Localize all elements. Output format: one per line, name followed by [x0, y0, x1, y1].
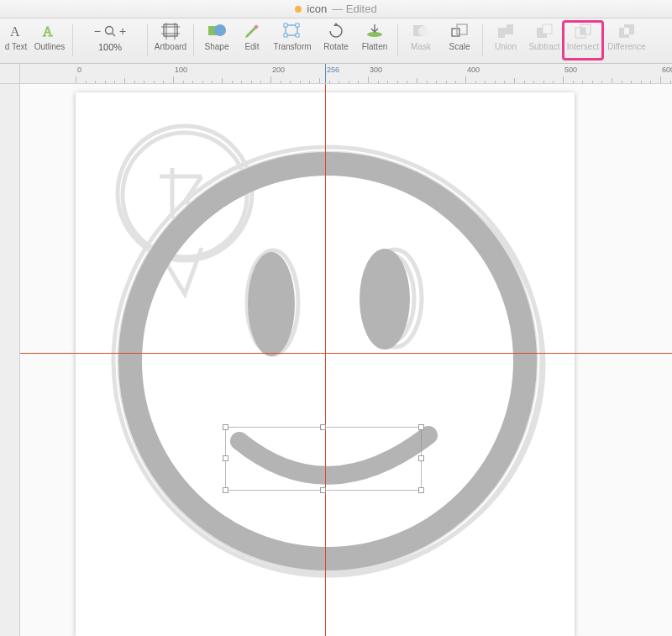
subtract-tool[interactable]: Subtract — [525, 22, 564, 62]
svg-rect-21 — [457, 24, 467, 34]
subtract-tool-label: Subtract — [528, 42, 559, 51]
toolbar-separator — [147, 24, 148, 56]
shape-icon — [207, 23, 226, 39]
selection-bounds[interactable] — [225, 427, 422, 491]
zoom-control[interactable]: − + 100% — [76, 22, 144, 52]
union-tool[interactable]: Union — [486, 22, 525, 62]
ruler-corner — [0, 64, 20, 84]
intersect-tool-label: Intersect — [567, 42, 599, 51]
rotate-tool[interactable]: Rotate — [317, 22, 355, 62]
selection-handle[interactable] — [418, 424, 424, 430]
svg-point-40 — [248, 252, 295, 356]
artboard-icon — [161, 23, 180, 39]
selection-handle[interactable] — [223, 487, 228, 493]
svg-line-3 — [113, 34, 116, 37]
scale-icon — [450, 23, 469, 39]
vertical-guide[interactable] — [325, 84, 326, 636]
ruler-tick-label: 300 — [370, 66, 382, 74]
artboard-tool[interactable]: Artboard — [151, 22, 190, 62]
document-status: — Edited — [332, 3, 376, 15]
svg-point-30 — [113, 147, 542, 576]
document-modified-dot-icon — [295, 6, 302, 13]
artboard-tool-label: Artboard — [155, 42, 186, 51]
vertical-ruler[interactable] — [0, 84, 20, 636]
selection-handle[interactable] — [320, 487, 326, 493]
zoom-out-icon[interactable]: − — [94, 24, 101, 38]
text-tool-label: d Text — [5, 42, 28, 51]
toolbar-separator — [482, 24, 483, 56]
pencil-icon — [244, 23, 260, 39]
edit-tool-label: Edit — [244, 42, 259, 51]
horizontal-guide[interactable] — [20, 353, 672, 354]
svg-rect-29 — [624, 28, 629, 34]
toolbar-separator — [397, 24, 398, 56]
svg-rect-20 — [452, 29, 459, 36]
ruler-tick-label: 100 — [175, 66, 187, 74]
flatten-icon — [365, 23, 384, 39]
transform-icon — [283, 23, 302, 39]
selection-handle[interactable] — [418, 487, 424, 493]
transform-tool-label: Transform — [273, 42, 311, 51]
toolbar-separator — [193, 24, 194, 56]
selection-handle[interactable] — [418, 455, 424, 461]
ruler-tick-label: 400 — [467, 66, 480, 74]
horizontal-ruler[interactable]: 0100200300400500600256 — [20, 64, 672, 84]
transform-tool[interactable]: Transform — [268, 22, 317, 62]
mask-icon — [412, 23, 430, 39]
text-tool[interactable]: A d Text — [2, 22, 30, 62]
intersect-icon — [574, 23, 592, 39]
ruler-tick-label: 500 — [564, 66, 577, 74]
zoom-value: 100% — [98, 42, 122, 52]
scale-tool-label: Scale — [449, 42, 470, 51]
outlines-tool-label: Outlines — [34, 42, 66, 51]
svg-rect-13 — [284, 24, 287, 27]
selection-handle[interactable] — [320, 424, 326, 430]
window-titlebar: icon — Edited — [0, 0, 672, 18]
svg-text:A: A — [10, 24, 20, 39]
canvas[interactable] — [20, 84, 672, 636]
edit-tool[interactable]: Edit — [236, 22, 268, 62]
svg-point-41 — [360, 249, 410, 350]
zoom-magnifier-icon[interactable] — [104, 25, 116, 37]
ruler-tick-label: 200 — [272, 66, 285, 74]
rotate-icon — [328, 23, 344, 39]
subtract-icon — [535, 23, 554, 39]
ruler-tick-label: 0 — [77, 66, 81, 74]
selection-handle[interactable] — [223, 455, 228, 461]
union-icon — [496, 23, 515, 39]
ruler-tick-label: 600 — [662, 66, 672, 74]
svg-point-39 — [130, 164, 525, 559]
mask-tool[interactable]: Mask — [402, 22, 440, 62]
ruler-cursor-value: 256 — [327, 66, 339, 74]
svg-rect-14 — [296, 24, 299, 27]
difference-tool[interactable]: Difference — [602, 22, 651, 62]
union-tool-label: Union — [495, 42, 517, 51]
zoom-in-icon[interactable]: + — [119, 24, 126, 38]
main-toolbar: A d Text A Outlines − + 100% Artboard Sh… — [0, 18, 672, 64]
document-title: icon — [307, 3, 327, 15]
ruler-cursor-marker — [325, 64, 326, 83]
svg-text:A: A — [43, 24, 53, 39]
svg-rect-26 — [580, 28, 585, 34]
flatten-tool[interactable]: Flatten — [355, 22, 394, 62]
svg-point-2 — [106, 27, 113, 34]
shape-tool[interactable]: Shape — [197, 22, 236, 62]
scale-tool[interactable]: Scale — [440, 22, 479, 62]
outlines-tool[interactable]: A Outlines — [30, 22, 69, 62]
svg-point-10 — [214, 24, 226, 36]
svg-rect-23 — [543, 24, 552, 34]
svg-rect-15 — [284, 34, 287, 37]
mask-tool-label: Mask — [411, 42, 431, 51]
difference-icon — [617, 23, 636, 39]
difference-tool-label: Difference — [607, 42, 645, 51]
svg-rect-16 — [296, 34, 299, 37]
svg-point-19 — [418, 26, 428, 36]
intersect-tool[interactable]: Intersect — [564, 22, 602, 62]
selection-handle[interactable] — [223, 424, 228, 430]
shape-tool-label: Shape — [205, 42, 229, 51]
svg-rect-4 — [164, 24, 177, 36]
flatten-tool-label: Flatten — [362, 42, 388, 51]
toolbar-separator — [72, 24, 73, 56]
rotate-tool-label: Rotate — [323, 42, 348, 51]
